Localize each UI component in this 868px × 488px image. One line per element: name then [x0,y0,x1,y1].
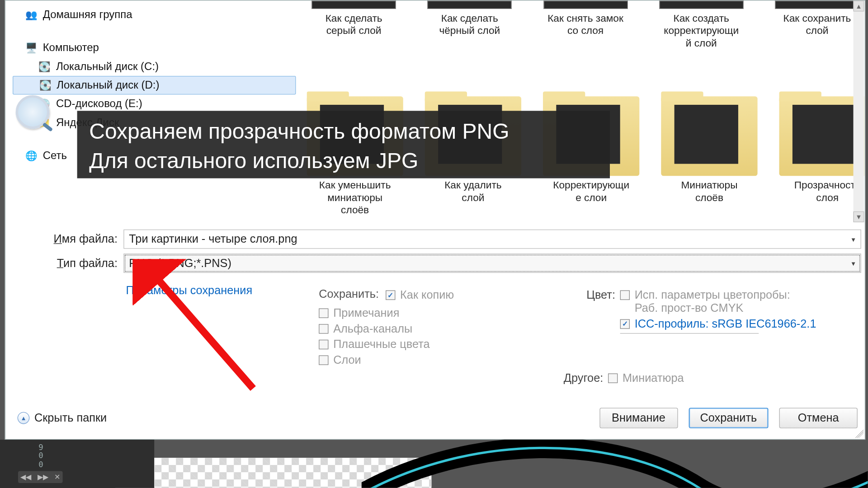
cancel-button[interactable]: Отмена [779,408,858,428]
tree-computer[interactable]: 🖥️ Компьютер [13,38,296,57]
tab-controls[interactable]: ◀◀ ▶▶ ✕ [18,471,63,483]
drive-icon: 💽 [38,80,52,91]
thumbnail-scrollbar[interactable]: ▲ ▼ [854,0,864,222]
folder-item[interactable]: Миниатюры слоёв [661,97,757,216]
as-copy-checkbox [386,291,395,300]
layers-checkbox [319,355,328,365]
tree-label: Компьютер [43,42,99,54]
drive-icon: 💽 [38,61,51,72]
file-item[interactable]: Как сделать серый слой [307,0,401,49]
alpha-checkbox [319,324,328,333]
resize-grip-icon[interactable] [855,429,864,438]
thumbnail-checkbox [608,373,618,383]
homegroup-icon: 👥 [25,9,38,20]
filename-label: Имя файла: [18,233,124,246]
warning-button[interactable]: Внимание [599,408,678,428]
chevron-down-icon[interactable]: ▼ [846,230,861,248]
save-header: Сохранить: [319,287,379,300]
ruler-numbers: 900 [38,443,43,469]
scroll-down-icon[interactable]: ▼ [854,211,864,222]
artwork-curve [362,440,868,488]
tree-label: Сеть [43,150,67,162]
filename-input[interactable]: Три картинки - четыре слоя.png ▼ [123,230,861,249]
hide-folders-toggle[interactable]: ▲ Скрыть папки [18,411,107,424]
file-item[interactable]: Как сохранить слой [770,0,864,49]
save-as-dialog: 👥 Домашняя группа 🖥️ Компьютер 💽 Локальн… [5,0,866,440]
tree-drive-d[interactable]: 💽 Локальный диск (D:) [13,76,296,94]
filetype-label: Тип файла: [18,257,124,270]
file-form: Имя файла: Три картинки - четыре слоя.pn… [18,230,861,278]
folder-item[interactable]: Прозрачность слоя [779,97,864,216]
magnifier-icon [16,95,50,129]
file-item[interactable]: Как создать корректирующи й слой [654,0,748,49]
chevron-up-icon: ▲ [18,412,30,424]
save-options: Параметры сохранения Сохранить: Как копи… [126,284,855,297]
tutorial-caption: Сохраняем прозрачность форматом PNG Для … [77,111,610,178]
tree-label: Локальный диск (C:) [56,60,159,73]
icc-label: ICC-профиль: sRGB IEC61966-2.1 [635,317,816,330]
computer-icon: 🖥️ [25,42,38,53]
spot-checkbox [319,340,328,349]
icc-checkbox[interactable] [620,319,630,328]
save-params-link[interactable]: Параметры сохранения [126,284,253,296]
network-icon: 🌐 [25,150,38,161]
tree-label: Домашняя группа [43,9,132,21]
file-item[interactable]: Как снять замок со слоя [538,0,632,49]
tree-label: CD-дисковод (E:) [56,98,142,110]
chevron-down-icon[interactable]: ▼ [846,254,861,272]
scroll-up-icon[interactable]: ▲ [854,0,864,11]
filetype-select[interactable]: PNG (*.PNG;*.PNS) ▼ [123,253,861,273]
notes-checkbox [319,308,328,318]
as-copy-label: Как копию [400,289,454,302]
save-button[interactable]: Сохранить [689,408,769,428]
filetype-value: PNG (*.PNG;*.PNS) [129,257,231,270]
tree-label: Локальный диск (D:) [57,79,159,92]
other-header: Другое: [560,371,603,385]
file-item[interactable]: Как сделать чёрный слой [423,0,517,49]
tree-drive-c[interactable]: 💽 Локальный диск (C:) [13,57,296,76]
color-header: Цвет: [572,289,615,302]
tree-homegroup[interactable]: 👥 Домашняя группа [13,5,296,24]
filename-value: Три картинки - четыре слоя.png [129,233,297,246]
dialog-footer: ▲ Скрыть папки Внимание Сохранить Отмена [18,404,858,432]
editor-background: 900 ◀◀ ▶▶ ✕ [0,440,868,488]
proof-checkbox [620,291,630,300]
